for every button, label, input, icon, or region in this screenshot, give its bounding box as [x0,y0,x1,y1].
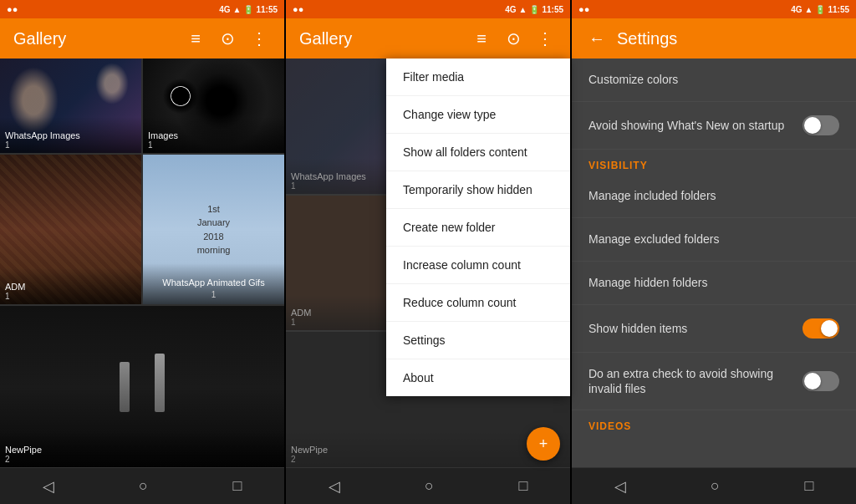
gallery-item-newpipe[interactable]: NewPipe 2 [0,306,284,467]
settings-item-label-included: Manage included folders [588,188,839,203]
app-bar-2: Gallery ≡ ⊙ ⋮ [286,18,570,59]
settings-item-avoid-whats-new[interactable]: Avoid showing What's New on startup [572,102,856,150]
time-2: 11:55 [542,5,563,14]
status-right-1: 4G ▲ 🔋 11:55 [219,5,278,14]
battery-icon-1: 🔋 [243,5,253,14]
time-1: 11:55 [256,5,278,14]
settings-item-extra-check[interactable]: Do an extra check to avoid showing inval… [572,353,856,410]
gallery-item-images[interactable]: Images 1 [143,59,284,153]
menu-item-create-folder[interactable]: Create new folder [386,209,570,247]
settings-item-manage-included[interactable]: Manage included folders [572,175,856,218]
toggle-thumb-hidden [821,320,838,337]
settings-item-show-hidden[interactable]: Show hidden items [572,305,856,353]
gallery-item-name: ADM [5,282,136,292]
home-button-2[interactable]: ○ [425,477,434,495]
status-left-1: ●● [7,4,18,14]
app-title-1: Gallery [13,29,176,48]
settings-title: Settings [617,29,843,48]
gallery-item-adm[interactable]: ADM 1 [0,155,141,304]
settings-item-manage-excluded[interactable]: Manage excluded folders [572,218,856,262]
time-3: 11:55 [828,5,849,14]
toggle-thumb-avoid [804,117,821,134]
settings-panel: ●● 4G ▲ 🔋 11:55 ← Settings Customize col… [572,0,856,504]
settings-item-label-customize: Customize colors [588,72,839,87]
home-button-3[interactable]: ○ [711,477,720,495]
network-label-2: 4G [505,5,516,14]
toggle-avoid-whats-new[interactable] [802,115,839,135]
back-arrow-icon[interactable]: ← [585,29,609,48]
gallery-item-name: NewPipe [5,445,279,455]
section-visibility: VISIBILITY [572,150,856,175]
toggle-extra-check[interactable] [802,371,839,391]
signal-icon-3: ●● [578,4,589,14]
settings-item-label-extra-check: Do an extra check to avoid showing inval… [588,366,802,396]
settings-app-bar: ← Settings [572,18,856,59]
settings-content: Customize colors Avoid showing What's Ne… [572,59,856,467]
settings-item-label-avoid: Avoid showing What's New on startup [588,118,802,133]
menu-item-reduce-column[interactable]: Reduce column count [386,284,570,322]
status-bar-2: ●● 4G ▲ 🔋 11:55 [286,0,570,18]
gallery-item-name-2c: NewPipe [291,445,565,455]
status-left-3: ●● [578,4,589,14]
nav-bar-2: ◁ ○ □ [286,467,570,504]
settings-item-manage-hidden[interactable]: Manage hidden folders [572,262,856,305]
network-label-1: 4G [219,5,230,14]
signal-icon: ●● [7,4,18,14]
signal-bars-1: ▲ [233,5,242,14]
more-icon-1[interactable]: ⋮ [247,28,271,48]
gallery-item-whatsapp-images[interactable]: WhatsApp Images 1 [0,59,141,153]
recents-button-1[interactable]: □ [232,477,242,495]
app-bar-1: Gallery ≡ ⊙ ⋮ [0,18,284,59]
gallery-item-count: 1 [148,140,279,150]
toggle-show-hidden[interactable] [802,318,839,339]
gallery-item-label: WhatsApp Images 1 [0,117,141,153]
camera-icon-1[interactable]: ⊙ [216,28,239,48]
settings-item-label-excluded: Manage excluded folders [588,232,839,247]
status-right-3: 4G ▲ 🔋 11:55 [791,5,849,14]
status-right-2: 4G ▲ 🔋 11:55 [505,5,563,14]
gallery-item-label: Images 1 [143,117,284,153]
home-button-1[interactable]: ○ [139,477,148,495]
gallery-item-label: ADM 1 [0,268,141,304]
fab-button-2[interactable]: + [527,427,560,461]
signal-bars-3: ▲ [805,5,813,14]
status-bar-1: ●● 4G ▲ 🔋 11:55 [0,0,284,18]
menu-item-show-all-folders[interactable]: Show all folders content [386,134,570,171]
menu-item-temporarily-show-hidden[interactable]: Temporarily show hidden [386,171,570,209]
menu-item-about[interactable]: About [386,359,570,396]
back-button-2[interactable]: ◁ [329,477,340,496]
battery-icon-3: 🔋 [815,5,825,14]
dropdown-menu: Filter media Change view type Show all f… [386,59,570,396]
menu-item-settings[interactable]: Settings [386,322,570,359]
gallery-panel-2: ●● 4G ▲ 🔋 11:55 Gallery ≡ ⊙ ⋮ WhatsApp I… [286,0,570,504]
back-button-3[interactable]: ◁ [614,477,626,496]
nav-bar-1: ◁ ○ □ [0,467,284,504]
section-videos: VIDEOS [572,410,856,435]
menu-item-increase-column[interactable]: Increase column count [386,247,570,284]
filter-icon-1[interactable]: ≡ [184,29,207,48]
gallery-item-label: NewPipe 2 [0,431,284,467]
nav-bar-3: ◁ ○ □ [572,467,856,504]
gallery-item-name: WhatsApp Images [5,130,136,140]
more-icon-2[interactable]: ⋮ [533,28,557,48]
settings-item-customize-colors[interactable]: Customize colors [572,59,856,102]
gallery-item-name: WhatsApp Animated Gifs [148,277,279,289]
gallery-grid-1: WhatsApp Images 1 Images 1 ADM 1 1 [0,59,284,467]
gallery-item-whatsapp-gifs[interactable]: 1stJanuary2018morning WhatsApp Animated … [143,155,284,304]
camera-icon-2[interactable]: ⊙ [502,28,525,48]
gallery-item-count: 1 [148,289,279,301]
menu-item-filter-media[interactable]: Filter media [386,59,570,96]
battery-icon-2: 🔋 [529,5,539,14]
back-button-1[interactable]: ◁ [43,477,54,496]
gallery-item-count: 1 [5,140,136,150]
status-bar-3: ●● 4G ▲ 🔋 11:55 [572,0,856,18]
filter-icon-2[interactable]: ≡ [470,29,493,48]
gallery-item-count: 1 [5,292,136,301]
signal-bars-2: ▲ [519,5,527,14]
recents-button-3[interactable]: □ [804,477,813,495]
gallery-item-name: Images [148,130,279,140]
settings-item-label-hidden: Manage hidden folders [588,275,839,290]
menu-item-change-view[interactable]: Change view type [386,96,570,134]
gallery-panel-1: ●● 4G ▲ 🔋 11:55 Gallery ≡ ⊙ ⋮ WhatsApp I… [0,0,284,504]
recents-button-2[interactable]: □ [518,477,527,495]
